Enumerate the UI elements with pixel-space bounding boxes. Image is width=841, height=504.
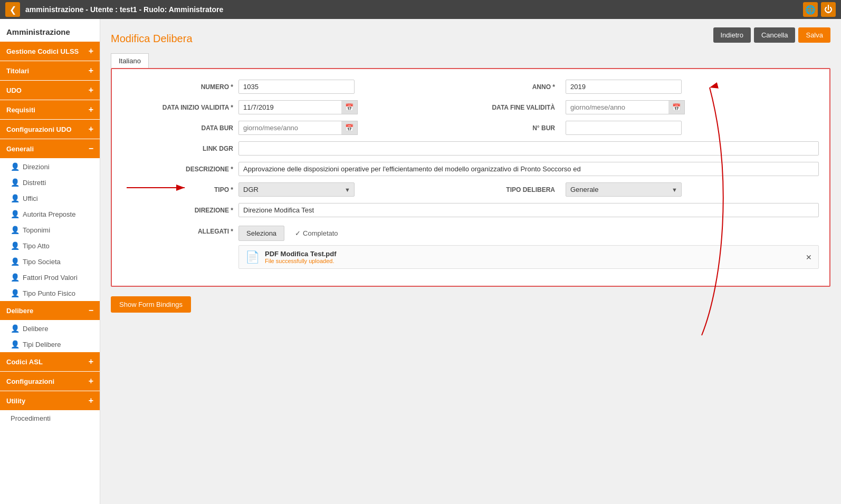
- file-name: PDF Modifica Test.pdf: [265, 250, 337, 258]
- sidebar-item-fattori-prod-valori[interactable]: 👤 Fattori Prod Valori: [0, 269, 100, 285]
- sidebar-item-tipo-atto[interactable]: 👤 Tipo Atto: [0, 238, 100, 254]
- sidebar-item-udo[interactable]: UDO +: [0, 81, 100, 100]
- descrizione-input[interactable]: [238, 162, 819, 176]
- n-bur-input[interactable]: [566, 121, 682, 135]
- delibere-section: 👤 Delibere 👤 Tipi Delibere: [0, 321, 100, 352]
- plus-icon: +: [89, 357, 93, 366]
- data-bur-label: DATA BUR: [202, 124, 238, 132]
- data-inizio-calendar-icon[interactable]: 📅: [341, 100, 358, 114]
- data-bur-calendar-icon[interactable]: 📅: [341, 121, 358, 135]
- menu-icon[interactable]: ❮: [5, 2, 20, 17]
- person-icon: 👤: [11, 241, 20, 250]
- data-bur-input[interactable]: [238, 121, 341, 135]
- power-icon[interactable]: ⏻: [821, 2, 836, 17]
- direzione-input[interactable]: [238, 203, 819, 217]
- link-dgr-label: LINK DGR: [203, 145, 238, 152]
- file-close-icon[interactable]: ✕: [806, 253, 812, 261]
- person-icon: 👤: [11, 226, 20, 234]
- sidebar-item-titolari[interactable]: Titolari +: [0, 61, 100, 80]
- form-card: NUMERO * ANNO * DATA INIZIO VALIDITA *: [111, 68, 830, 287]
- plus-icon: +: [89, 396, 93, 405]
- indietro-button[interactable]: Indietro: [713, 27, 751, 43]
- file-row: 📄 PDF Modifica Test.pdf File successfull…: [238, 245, 819, 269]
- plus-icon: +: [89, 105, 93, 114]
- tipo-delibera-label: TIPO DELIBERA: [506, 186, 560, 193]
- form-row-direzione: DIREZIONE *: [122, 203, 819, 217]
- tipo-label: TIPO *: [214, 186, 238, 193]
- plus-icon: +: [89, 376, 93, 386]
- person-icon: 👤: [11, 210, 20, 218]
- sidebar-item-autorita-preposte[interactable]: 👤 Autorita Preposte: [0, 206, 100, 222]
- form-row-numero-anno: NUMERO * ANNO *: [122, 80, 819, 94]
- sidebar-item-uffici[interactable]: 👤 Uffici: [0, 190, 100, 206]
- form-row-descrizione: DESCRIZIONE *: [122, 162, 819, 176]
- n-bur-label: N° BUR: [532, 124, 560, 132]
- sidebar-item-delibere-sub[interactable]: 👤 Delibere: [0, 321, 100, 336]
- link-dgr-input[interactable]: [238, 141, 819, 156]
- toolbar: Indietro Cancella Salva: [713, 27, 831, 43]
- check-icon: ✓: [295, 229, 301, 237]
- sidebar: Amministrazione Gestione Codici ULSS + T…: [0, 19, 100, 504]
- sidebar-item-tipo-societa[interactable]: 👤 Tipo Societa: [0, 254, 100, 269]
- person-icon: 👤: [11, 340, 20, 348]
- person-icon: 👤: [11, 257, 20, 266]
- allegati-label: ALLEGATI *: [198, 228, 238, 235]
- plus-icon: +: [89, 46, 93, 56]
- topbar-title: amministrazione - Utente : test1 - Ruolo…: [25, 5, 800, 14]
- sidebar-item-generali[interactable]: Generali −: [0, 139, 100, 158]
- person-icon: 👤: [11, 194, 20, 202]
- sidebar-item-direzioni[interactable]: 👤 Direzioni: [0, 159, 100, 175]
- sidebar-item-utility[interactable]: Utility +: [0, 391, 100, 410]
- data-fine-input[interactable]: [566, 100, 668, 114]
- sidebar-item-tipo-punto-fisico[interactable]: 👤 Tipo Punto Fisico: [0, 285, 100, 301]
- content-area: Indietro Cancella Salva Modifica Deliber…: [100, 19, 841, 504]
- pdf-icon: 📄: [245, 250, 260, 264]
- globe-icon[interactable]: 🌐: [803, 2, 818, 17]
- form-row-allegati: ALLEGATI * Seleziona ✓ Completato 📄: [122, 224, 819, 269]
- sidebar-item-distretti[interactable]: 👤 Distretti: [0, 175, 100, 190]
- sidebar-item-gestione-codici-ulss[interactable]: Gestione Codici ULSS +: [0, 42, 100, 61]
- show-form-bindings-button[interactable]: Show Form Bindings: [111, 296, 191, 313]
- form-row-data-inizio-fine: DATA INIZIO VALIDITA * 📅 DATA FINE VALID…: [122, 100, 819, 114]
- numero-label: NUMERO *: [201, 83, 238, 91]
- tab-italiano[interactable]: Italiano: [111, 53, 149, 68]
- sidebar-item-procedimenti[interactable]: Procedimenti: [0, 411, 100, 426]
- data-inizio-input[interactable]: [238, 100, 341, 114]
- seleziona-button[interactable]: Seleziona: [238, 226, 284, 241]
- generali-section: 👤 Direzioni 👤 Distretti 👤 Uffici 👤 Autor…: [0, 159, 100, 301]
- sidebar-item-requisiti[interactable]: Requisiti +: [0, 100, 100, 119]
- tipo-select[interactable]: DGR: [238, 182, 355, 197]
- anno-label: ANNO *: [532, 83, 560, 91]
- data-fine-calendar-icon[interactable]: 📅: [668, 100, 685, 114]
- person-icon: 👤: [11, 178, 20, 187]
- sidebar-item-configurazioni-udo[interactable]: Configurazioni UDO +: [0, 120, 100, 139]
- topbar: ❮ amministrazione - Utente : test1 - Ruo…: [0, 0, 841, 19]
- form-row-tipo: TIPO * DGR ▼ TIPO DELIBERA: [122, 182, 819, 197]
- anno-input[interactable]: [566, 80, 682, 94]
- data-fine-label: DATA FINE VALIDITÀ: [492, 104, 560, 111]
- sidebar-item-delibere[interactable]: Delibere −: [0, 301, 100, 320]
- direzione-label: DIREZIONE *: [195, 207, 238, 214]
- sidebar-item-configurazioni[interactable]: Configurazioni +: [0, 372, 100, 391]
- form-row-link-dgr: LINK DGR: [122, 141, 819, 156]
- plus-icon: +: [89, 85, 93, 95]
- descrizione-label: DESCRIZIONE *: [186, 166, 238, 173]
- cancella-button[interactable]: Cancella: [754, 27, 796, 43]
- person-icon: 👤: [11, 289, 20, 297]
- plus-icon: +: [89, 66, 93, 75]
- sidebar-item-codici-asl[interactable]: Codici ASL +: [0, 352, 100, 371]
- tab-row: Italiano: [111, 53, 830, 68]
- salva-button[interactable]: Salva: [798, 27, 830, 43]
- tipo-delibera-select[interactable]: Generale: [566, 182, 682, 197]
- sidebar-item-tipi-delibere[interactable]: 👤 Tipi Delibere: [0, 336, 100, 352]
- minus-icon: −: [89, 144, 93, 153]
- file-info: PDF Modifica Test.pdf File successfully …: [265, 250, 337, 264]
- data-inizio-label: DATA INIZIO VALIDITA *: [163, 104, 238, 111]
- completato-status: ✓ Completato: [295, 229, 338, 237]
- plus-icon: +: [89, 124, 93, 134]
- form-row-bur: DATA BUR 📅 N° BUR: [122, 121, 819, 135]
- minus-icon: −: [89, 306, 93, 315]
- sidebar-title: Amministrazione: [0, 19, 100, 42]
- numero-input[interactable]: [238, 80, 355, 94]
- sidebar-item-toponimi[interactable]: 👤 Toponimi: [0, 222, 100, 238]
